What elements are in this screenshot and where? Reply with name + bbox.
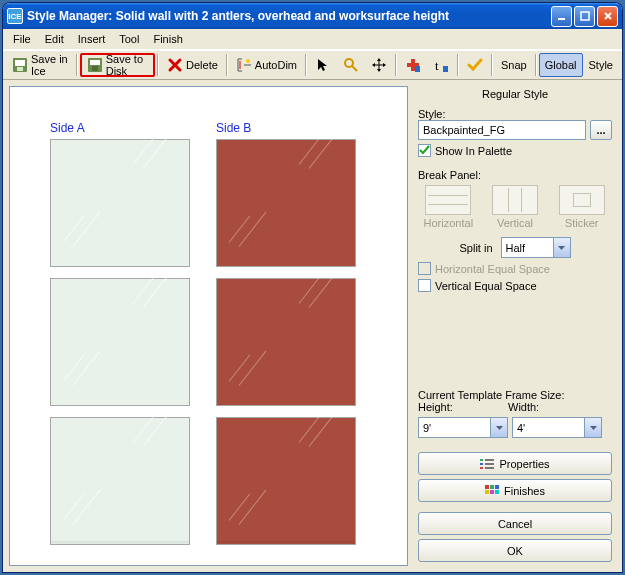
text-tool[interactable]: t: [427, 53, 455, 77]
cancel-button-label: Cancel: [498, 518, 532, 530]
panel-b-1[interactable]: [216, 139, 356, 267]
height-combo[interactable]: 9': [418, 417, 508, 438]
ok-button[interactable]: OK: [418, 539, 612, 562]
width-combo[interactable]: 4': [512, 417, 602, 438]
break-vertical-button[interactable]: Vertical: [485, 185, 546, 229]
split-in-combo[interactable]: Half: [501, 237, 571, 258]
properties-button-label: Properties: [499, 458, 549, 470]
style-name-field[interactable]: Backpainted_FG: [418, 120, 586, 140]
finishes-button[interactable]: Finishes: [418, 479, 612, 502]
menu-finish[interactable]: Finish: [147, 31, 188, 47]
show-in-palette-checkbox[interactable]: [418, 144, 431, 157]
properties-button[interactable]: Properties: [418, 452, 612, 475]
magnifier-icon: [343, 57, 359, 73]
check-icon: [467, 57, 483, 73]
delete-button[interactable]: Delete: [161, 53, 224, 77]
break-sticker-icon: [559, 185, 605, 215]
svg-rect-26: [495, 490, 499, 494]
finishes-button-label: Finishes: [504, 485, 545, 497]
snap-toggle[interactable]: Snap: [495, 53, 533, 77]
pan-tool[interactable]: [365, 53, 393, 77]
panel-title: Regular Style: [418, 88, 612, 100]
split-in-label: Split in: [459, 242, 492, 254]
checkmark-icon: [419, 145, 430, 156]
height-value: 9': [419, 422, 490, 434]
break-sticker-button[interactable]: Sticker: [551, 185, 612, 229]
ok-button-label: OK: [507, 545, 523, 557]
panel-a-3[interactable]: [50, 417, 190, 545]
save-to-disk-button[interactable]: Save to Disk: [80, 53, 155, 77]
pointer-icon: [315, 57, 331, 73]
add-tool[interactable]: [399, 53, 427, 77]
svg-point-9: [345, 59, 353, 67]
style-toggle[interactable]: Style: [583, 53, 619, 77]
menu-edit[interactable]: Edit: [39, 31, 70, 47]
menu-insert[interactable]: Insert: [72, 31, 112, 47]
check-tool[interactable]: [461, 53, 489, 77]
split-in-value: Half: [502, 242, 553, 254]
svg-rect-17: [480, 467, 483, 469]
autodim-icon: [236, 57, 252, 73]
menu-file[interactable]: File: [7, 31, 37, 47]
svg-rect-19: [485, 463, 494, 465]
v-equal-space-checkbox[interactable]: [418, 279, 431, 292]
zoom-tool[interactable]: [337, 53, 365, 77]
svg-rect-21: [485, 485, 489, 489]
style-manager-window: ICE Style Manager: Solid wall with 2 ant…: [3, 3, 622, 572]
break-panel-label: Break Panel:: [418, 169, 612, 181]
svg-rect-20: [485, 467, 494, 469]
save-in-ice-button[interactable]: Save in Ice: [6, 53, 74, 77]
svg-rect-24: [485, 490, 489, 494]
svg-rect-25: [490, 490, 494, 494]
properties-list-icon: [480, 458, 494, 470]
break-sticker-label: Sticker: [565, 217, 599, 229]
v-equal-space-label: Vertical Equal Space: [435, 280, 537, 292]
svg-rect-4: [17, 67, 23, 71]
template-frame-size-label: Current Template Frame Size:: [418, 389, 612, 401]
titlebar[interactable]: ICE Style Manager: Solid wall with 2 ant…: [3, 3, 622, 29]
svg-rect-12: [415, 66, 420, 72]
preview-canvas[interactable]: Side A Side B: [9, 86, 408, 566]
chevron-down-icon: [553, 238, 570, 257]
text-tool-icon: t: [433, 57, 449, 73]
save-in-ice-label: Save in Ice: [31, 53, 68, 77]
menu-tool[interactable]: Tool: [113, 31, 145, 47]
autodim-label: AutoDim: [255, 59, 297, 71]
cancel-button[interactable]: Cancel: [418, 512, 612, 535]
side-a-label: Side A: [50, 121, 85, 135]
panel-a-2[interactable]: [50, 278, 190, 406]
minimize-button[interactable]: [551, 6, 572, 27]
break-horizontal-button[interactable]: Horizontal: [418, 185, 479, 229]
panel-a-1[interactable]: [50, 139, 190, 267]
menubar: File Edit Insert Tool Finish: [3, 29, 622, 50]
autodim-button[interactable]: AutoDim: [230, 53, 303, 77]
panel-b-2[interactable]: [216, 278, 356, 406]
h-equal-space-label: Horizontal Equal Space: [435, 263, 550, 275]
side-b-panels: [216, 139, 356, 545]
svg-rect-14: [443, 66, 448, 72]
move-arrows-icon: [371, 57, 387, 73]
toolbar: Save in Ice Save to Disk Delete AutoDim: [3, 50, 622, 80]
maximize-button[interactable]: [574, 6, 595, 27]
disk-save-icon: [87, 57, 103, 73]
finishes-swatch-icon: [485, 485, 499, 497]
break-vertical-label: Vertical: [497, 217, 533, 229]
break-horizontal-icon: [425, 185, 471, 215]
ice-save-icon: [12, 57, 28, 73]
style-browse-button[interactable]: ...: [590, 120, 612, 140]
chevron-down-icon: [490, 418, 507, 437]
svg-rect-3: [15, 60, 25, 66]
svg-text:t: t: [435, 58, 439, 73]
svg-rect-0: [558, 18, 565, 20]
global-toggle[interactable]: Global: [539, 53, 583, 77]
svg-rect-15: [480, 459, 483, 461]
add-plus-icon: [405, 57, 421, 73]
style-field-label: Style:: [418, 108, 612, 120]
width-label: Width:: [508, 401, 539, 413]
close-button[interactable]: [597, 6, 618, 27]
panel-b-3[interactable]: [216, 417, 356, 545]
side-b-label: Side B: [216, 121, 251, 135]
break-vertical-icon: [492, 185, 538, 215]
global-label: Global: [545, 59, 577, 71]
pointer-tool[interactable]: [309, 53, 337, 77]
